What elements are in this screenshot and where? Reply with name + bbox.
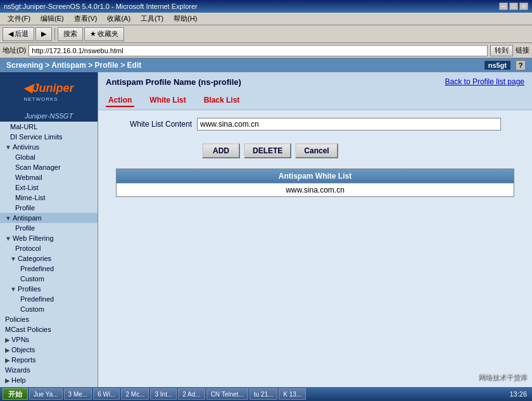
tab-action[interactable]: Action [106,94,134,107]
sidebar-item-antivirus[interactable]: ▼ Antivirus [0,142,98,152]
search-button[interactable]: 搜索 [58,27,83,41]
sidebar-item-label: Webmail [15,174,42,181]
sidebar-item-label: DI Service Limits [10,133,63,141]
sidebar-item-profiles-predefined[interactable]: Predefined [0,294,98,304]
sidebar-item-label: Objects [11,346,35,353]
expand-icon: ▶ [5,377,10,384]
taskbar-btn-8[interactable]: K 13... [279,388,306,400]
sidebar-item-av-profile[interactable]: Profile [0,203,98,213]
cancel-button[interactable]: Cancel [295,143,338,158]
sidebar-item-vpns[interactable]: ▶ VPNs [0,334,98,345]
site-badge: ns5gt [484,61,510,70]
menu-edit[interactable]: 编辑(E) [35,13,69,25]
sidebar-item-label: Profiles [18,285,41,293]
sidebar-item-label: Web Filtering [13,234,54,242]
menu-favorites[interactable]: 收藏(A) [102,13,136,25]
sidebar-item-label: Reports [11,356,36,364]
sidebar-item-profiles[interactable]: ▼ Profiles [0,284,98,294]
sidebar-item-mime-list[interactable]: Mime-List [0,193,98,203]
sidebar-item-label: Antispam [13,214,42,222]
minimize-button[interactable]: ─ [499,3,508,10]
add-button[interactable]: ADD [202,143,240,158]
sidebar-item-categories-predefined[interactable]: Predefined [0,264,98,274]
start-button[interactable]: 开始 [3,388,28,400]
form-label-white-list: White List Content [108,120,197,129]
taskbar-btn-3[interactable]: 2 Mc... [121,388,149,400]
sidebar-item-antispam-profile[interactable]: Profile [0,223,98,233]
white-list-table: Antispam White List www.sina.com.cn [116,169,514,197]
sidebar-item-label: Mime-List [15,194,46,201]
sidebar-item-label: Scan Manager [15,163,61,171]
sidebar-item-categories[interactable]: ▼ Categories [0,253,98,264]
title-bar: ns5gt:Juniper-ScreenOS 5.4.0r1.0 - Micro… [0,0,532,13]
taskbar-btn-6[interactable]: CN Telnet... [206,388,248,400]
address-input[interactable] [28,45,488,56]
help-button[interactable]: ? [516,60,526,70]
taskbar-btn-1[interactable]: 3 Me... [64,388,92,400]
sidebar-item-global[interactable]: Global [0,152,98,162]
sidebar-item-wizards[interactable]: Wizards [0,365,98,375]
sidebar-item-label: Predefined [20,295,54,303]
sidebar-item-categories-custom[interactable]: Custom [0,274,98,284]
menu-tools[interactable]: 工具(T) [136,13,168,25]
sidebar-item-label: Antivirus [13,143,39,151]
sidebar-item-mcast-policies[interactable]: MCast Policies [0,324,98,334]
expand-icon: ▶ [5,357,10,364]
logo-text: ◀Juniper [23,81,73,95]
sidebar-item-label: Policies [5,315,29,323]
expand-icon: ▶ [5,336,10,343]
content-header: Antispam Profile Name (ns-profile) Back … [98,72,532,92]
sidebar-device[interactable]: Juniper-NS5GT [0,110,98,122]
sidebar-item-label: Categories [18,255,51,262]
separator [54,28,55,41]
sidebar-item-policies[interactable]: Policies [0,314,98,324]
tab-white-list[interactable]: White List [147,94,188,107]
back-to-profile-link[interactable]: Back to Profile list page [445,77,524,86]
sidebar-item-mal-url[interactable]: Mal-URL [0,122,98,132]
taskbar: 开始 Jue Ya... 3 Me... 6 Wi... 2 Mc... 3 I… [0,387,532,401]
sidebar-item-label: Ext-List [15,184,39,191]
links-label: 链接 [516,46,529,55]
form-row-white-list: White List Content [108,118,522,130]
favorites-button[interactable]: ★ 收藏夹 [84,27,124,41]
sidebar-item-label: Custom [20,305,44,313]
sidebar-logo: ◀Juniper NETWORKS [0,72,98,110]
form-content: White List Content ADD DELETE Cancel Ant… [98,110,532,210]
menu-help[interactable]: 帮助(H) [168,13,202,25]
taskbar-btn-4[interactable]: 3 Int... [150,388,177,400]
table-row[interactable]: www.sina.com.cn [117,183,514,196]
delete-button[interactable]: DELETE [244,143,291,158]
table-header: Antispam White List [117,169,514,183]
white-list-input[interactable] [197,118,501,130]
sidebar-item-scan-manager[interactable]: Scan Manager [0,162,98,172]
sidebar-item-label: Predefined [20,265,54,272]
system-tray: 13:26 [509,390,529,398]
sidebar-item-webmail[interactable]: Webmail [0,172,98,182]
taskbar-btn-2[interactable]: 6 Wi... [93,388,120,400]
menu-file[interactable]: 文件(F) [3,13,35,25]
sidebar-item-label: Help [11,376,26,384]
taskbar-btn-0[interactable]: Jue Ya... [29,388,63,400]
sidebar-item-reports[interactable]: ▶ Reports [0,355,98,365]
maximize-button[interactable]: □ [509,3,518,10]
top-nav: Screening > Antispam > Profile > Edit ns… [0,58,532,72]
sidebar-item-profiles-custom[interactable]: Custom [0,304,98,314]
sidebar-item-antispam[interactable]: ▼ Antispam [0,213,98,223]
sidebar-item-ext-list[interactable]: Ext-List [0,182,98,193]
collapse-icon: ▼ [5,215,11,222]
watermark: 网络技术干货库 [478,372,527,382]
sidebar-item-objects[interactable]: ▶ Objects [0,345,98,355]
sidebar-item-label: MCast Policies [5,326,51,333]
taskbar-btn-7[interactable]: tu 21... [250,388,278,400]
forward-button[interactable]: ▶ [35,27,52,41]
menu-view[interactable]: 查看(V) [69,13,103,25]
back-button[interactable]: ◀ 后退 [3,27,34,41]
taskbar-btn-5[interactable]: 2 Ad... [178,388,205,400]
sidebar-item-di-service-limits[interactable]: DI Service Limits [0,132,98,142]
sidebar-item-protocol[interactable]: Protocol [0,243,98,253]
close-button[interactable]: × [519,3,528,10]
go-button[interactable]: 转到 [490,45,513,56]
sidebar-item-help[interactable]: ▶ Help [0,375,98,385]
tab-black-list[interactable]: Black List [201,94,243,107]
sidebar-item-web-filtering[interactable]: ▼ Web Filtering [0,233,98,243]
